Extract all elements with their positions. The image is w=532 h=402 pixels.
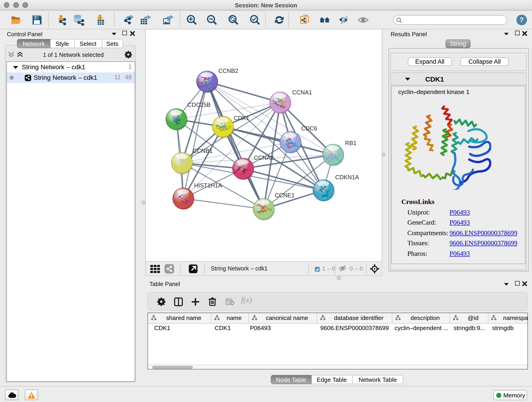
svg-text:CCNA1: CCNA1	[292, 89, 312, 95]
svg-text:CDC25B: CDC25B	[187, 101, 210, 108]
svg-text:RB1: RB1	[345, 140, 356, 146]
svg-text:CCNB2: CCNB2	[218, 67, 238, 74]
svg-text:CCNB1: CCNB1	[193, 147, 213, 154]
svg-text:CCNE1: CCNE1	[275, 192, 295, 198]
svg-text:CCNA2: CCNA2	[254, 154, 274, 161]
svg-text:CDK1: CDK1	[234, 115, 249, 121]
svg-text:CDC6: CDC6	[301, 125, 317, 131]
svg-text:CDKN1A: CDKN1A	[335, 174, 359, 180]
svg-text:HIST1H1A: HIST1H1A	[194, 182, 222, 188]
